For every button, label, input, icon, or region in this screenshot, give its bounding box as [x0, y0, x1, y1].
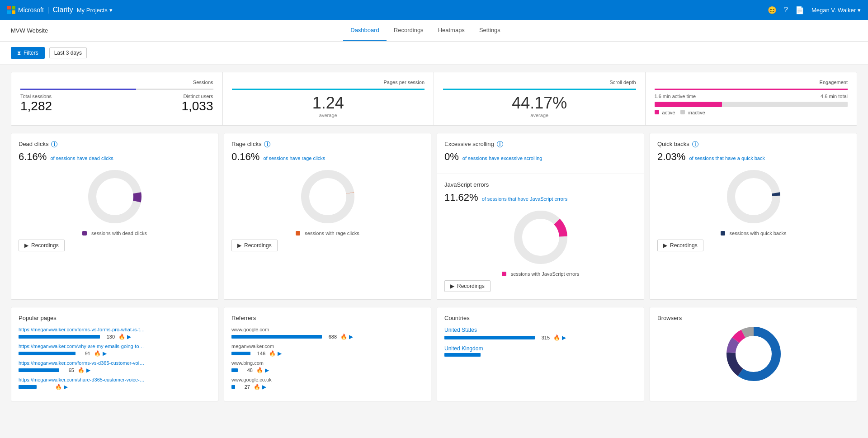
svg-point-0 [92, 174, 137, 219]
heatmap-icon-3[interactable]: 🔥 [78, 367, 85, 373]
ref-rec-3[interactable]: ▶ [265, 367, 269, 373]
list-item: United Kingdom [444, 345, 637, 357]
heatmap-icon[interactable]: 🔥 [118, 334, 125, 340]
total-time: 4.6 min total [821, 94, 848, 99]
clarity-text: Clarity [52, 6, 73, 14]
referrer-4: www.google.co.uk [231, 377, 424, 382]
list-item: United States 315 🔥 ▶ [444, 327, 637, 341]
list-item: www.bing.com 48 🔥 ▶ [231, 360, 424, 373]
heatmap-icon-2[interactable]: 🔥 [94, 350, 101, 357]
svg-point-6 [731, 174, 776, 219]
ref-heatmap-1[interactable]: 🔥 [340, 334, 347, 340]
scroll-card: Scroll depth 44.17% average [434, 72, 646, 125]
dead-clicks-recordings-btn[interactable]: ▶ Recordings [19, 240, 65, 251]
referrers-title: Referrers [231, 315, 424, 321]
video-icon-qb: ▶ [663, 242, 667, 249]
ref-rec-2[interactable]: ▶ [278, 350, 282, 357]
rage-clicks-donut [298, 167, 357, 226]
chevron-down-icon: ▾ [109, 7, 113, 14]
svg-point-2 [305, 174, 350, 219]
dead-clicks-pct: 6.16% [19, 151, 47, 163]
excessive-scroll-pct: 0% [444, 151, 459, 163]
js-errors-donut [511, 208, 570, 267]
country-rec-1[interactable]: ▶ [562, 334, 566, 341]
my-projects-dropdown[interactable]: My Projects ▾ [77, 7, 113, 14]
rage-clicks-recordings-btn[interactable]: ▶ Recordings [231, 240, 278, 251]
list-item: https://meganvwalker.com/share-d365-cust… [19, 377, 211, 390]
page-url-4[interactable]: https://meganvwalker.com/share-d365-cust… [19, 377, 145, 382]
list-item: meganvwalker.com 146 🔥 ▶ [231, 344, 424, 357]
tab-recordings[interactable]: Recordings [387, 20, 431, 41]
ref-rec-1[interactable]: ▶ [349, 334, 353, 340]
recording-icon[interactable]: ▶ [127, 334, 131, 340]
engagement-title: Engagement [655, 80, 848, 85]
referrers-card: Referrers www.google.com 688 🔥 ▶ meganvw… [224, 307, 431, 401]
recording-icon-4[interactable]: ▶ [64, 384, 68, 390]
help-icon[interactable]: ? [784, 6, 788, 14]
ref-rec-4[interactable]: ▶ [262, 384, 266, 390]
quick-backs-info-icon[interactable]: i [692, 141, 698, 147]
video-icon-js: ▶ [450, 283, 454, 289]
country-2[interactable]: United Kingdom [444, 345, 637, 352]
inactive-legend: inactive [680, 110, 705, 115]
header-right: 😊 ? 📄 Megan V. Walker ▾ [768, 6, 861, 14]
list-item: https://meganvwalker.com/forms-vs-d365-c… [19, 360, 211, 373]
pages-title: Pages per session [232, 80, 425, 85]
ref-count-4: 27 [239, 384, 250, 390]
filter-label: Filters [24, 50, 38, 56]
ref-heatmap-2[interactable]: 🔥 [269, 350, 276, 357]
sessions-card: Sessions Total sessions 1,282 Distinct u… [11, 72, 223, 125]
rage-clicks-title: Rage clicks [231, 141, 261, 147]
cards-grid: Dead clicks i 6.16% of sessions have dea… [11, 133, 857, 300]
country-1[interactable]: United States [444, 327, 637, 333]
quick-backs-card: Quick backs i 2.03% of sessions that hav… [650, 133, 857, 300]
date-range-badge[interactable]: Last 3 days [49, 47, 87, 58]
emoji-icon[interactable]: 😊 [768, 6, 777, 14]
user-menu[interactable]: Megan V. Walker ▾ [811, 7, 861, 14]
ref-heatmap-3[interactable]: 🔥 [256, 367, 263, 373]
page-url-3[interactable]: https://meganvwalker.com/forms-vs-d365-c… [19, 360, 145, 366]
quick-backs-donut [724, 167, 783, 226]
ref-heatmap-4[interactable]: 🔥 [254, 384, 260, 390]
page-count-1: 130 [104, 334, 115, 339]
toolbar: ⧗ Filters Last 3 days [0, 42, 868, 65]
nav-tabs: Dashboard Recordings Heatmaps Settings [343, 20, 508, 41]
engagement-card: Engagement 1.6 min active time 4.6 min t… [646, 72, 857, 125]
countries-card: Countries United States 315 🔥 ▶ United K… [437, 307, 644, 401]
rage-clicks-pct: 0.16% [231, 151, 259, 163]
quick-backs-recordings-btn[interactable]: ▶ Recordings [657, 240, 703, 251]
pages-avg: average [232, 113, 425, 118]
list-item: www.google.com 688 🔥 ▶ [231, 327, 424, 340]
dead-clicks-desc: of sessions have dead clicks [50, 155, 113, 161]
rage-clicks-desc: of sessions have rage clicks [263, 155, 325, 161]
page-url-1[interactable]: https://meganvwalker.com/forms-vs-forms-… [19, 327, 145, 332]
tab-settings[interactable]: Settings [472, 20, 508, 41]
sub-header: MVW Website Dashboard Recordings Heatmap… [0, 20, 868, 42]
tab-heatmaps[interactable]: Heatmaps [431, 20, 472, 41]
countries-title: Countries [444, 315, 637, 321]
pages-card: Pages per session 1.24 average [223, 72, 434, 125]
brand-text: Microsoft [18, 6, 44, 14]
doc-icon[interactable]: 📄 [795, 6, 804, 14]
country-heatmap-1[interactable]: 🔥 [553, 334, 560, 341]
country-count-1: 315 [538, 335, 550, 340]
pages-value: 1.24 [232, 94, 425, 113]
recording-icon-2[interactable]: ▶ [103, 350, 107, 357]
user-name-text: Megan V. Walker [811, 7, 856, 14]
heatmap-icon-4[interactable]: 🔥 [55, 384, 62, 390]
js-errors-recordings-btn[interactable]: ▶ Recordings [444, 280, 491, 292]
total-sessions-value: 1,282 [20, 99, 52, 113]
rage-clicks-info-icon[interactable]: i [264, 141, 270, 147]
js-errors-desc: of sessions that have JavaScript errors [482, 196, 568, 202]
dead-clicks-info-icon[interactable]: i [51, 141, 57, 147]
recording-icon-3[interactable]: ▶ [86, 367, 90, 373]
excessive-scroll-info-icon[interactable]: i [497, 141, 503, 147]
scroll-value: 44.17% [443, 94, 636, 113]
svg-point-4 [518, 215, 563, 260]
tab-dashboard[interactable]: Dashboard [343, 20, 387, 41]
filter-button[interactable]: ⧗ Filters [11, 47, 45, 59]
rage-clicks-card: Rage clicks i 0.16% of sessions have rag… [224, 133, 431, 300]
excessive-scroll-title: Excessive scrolling [444, 141, 494, 147]
dead-clicks-donut [85, 167, 144, 226]
page-url-2[interactable]: https://meganvwalker.com/why-are-my-emai… [19, 344, 145, 349]
